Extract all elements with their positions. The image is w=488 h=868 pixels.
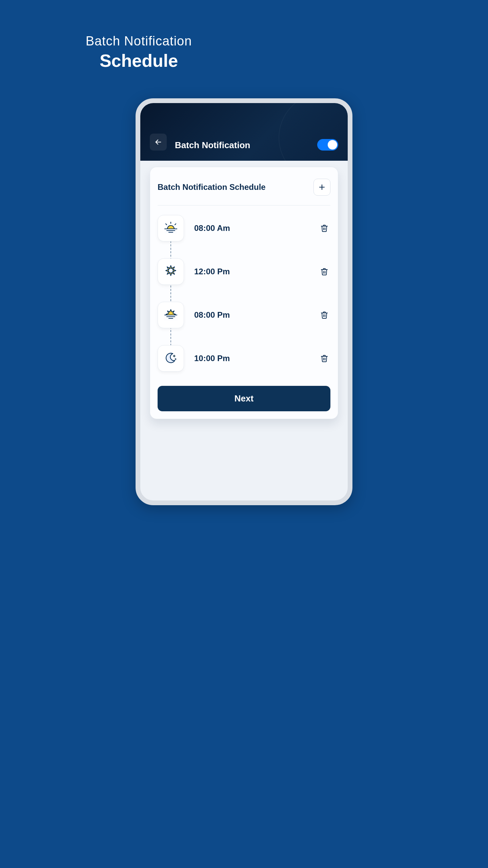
time-icon-box: [158, 345, 184, 372]
svg-rect-14: [164, 315, 178, 320]
back-button[interactable]: [150, 134, 167, 151]
card-header: Batch Notification Schedule: [158, 179, 278, 196]
schedule-item: 08:00 Am: [158, 215, 278, 241]
arrow-left-icon: [155, 138, 162, 146]
time-icon-box: [158, 302, 184, 328]
sunset-icon: [163, 307, 179, 323]
page-heading: Batch Notification Schedule: [0, 0, 278, 71]
svg-rect-4: [165, 229, 177, 234]
schedule-item: 12:00 Pm: [158, 258, 278, 285]
sunrise-icon: [163, 220, 179, 236]
svg-line-9: [166, 224, 167, 225]
schedule-time: 10:00 Pm: [194, 354, 278, 363]
svg-line-10: [175, 224, 176, 225]
moon-icon: [163, 350, 179, 367]
schedule-item: 08:00 Pm: [158, 302, 278, 328]
schedule-time: 08:00 Pm: [194, 310, 278, 320]
page-title-line2: Schedule: [0, 51, 278, 71]
time-icon-box: [158, 258, 184, 285]
phone-frame: Batch Notification Batch Notification Sc…: [136, 98, 278, 494]
page-title-line1: Batch Notification: [0, 34, 278, 48]
schedule-list: 08:00 Am 12:00 Pm: [158, 205, 278, 374]
schedule-time: 08:00 Am: [194, 223, 278, 233]
schedule-time: 12:00 Pm: [194, 267, 278, 276]
card-title: Batch Notification Schedule: [158, 182, 266, 192]
timeline-line: [170, 227, 171, 353]
schedule-card: Batch Notification Schedule: [150, 167, 278, 419]
svg-point-12: [168, 268, 173, 273]
schedule-item: 10:00 Pm: [158, 345, 278, 372]
sun-icon: [163, 263, 179, 280]
next-button[interactable]: Next: [158, 386, 278, 411]
time-icon-box: [158, 215, 184, 241]
header-title: Batch Notification: [175, 140, 278, 151]
app-header: Batch Notification: [140, 103, 278, 161]
